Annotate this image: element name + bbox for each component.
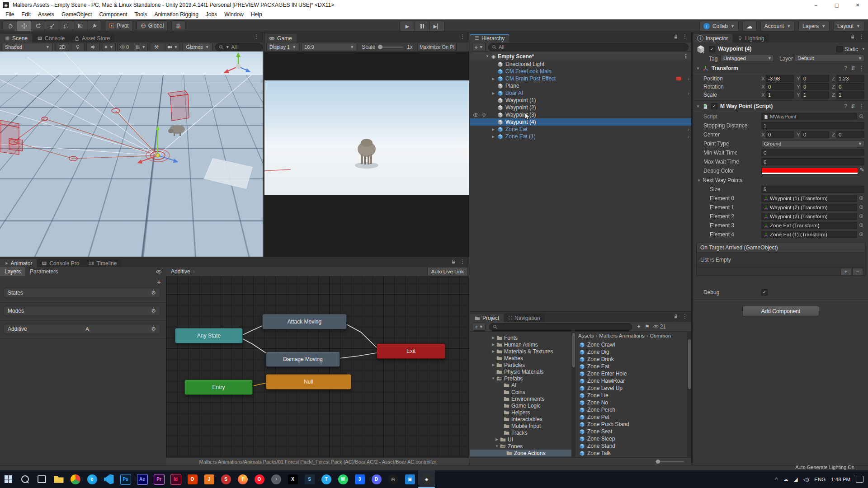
taskbar-app[interactable]: S — [217, 470, 234, 488]
lock-icon[interactable] — [673, 314, 679, 319]
onedrive-cloud-icon[interactable]: ☁ — [783, 476, 788, 483]
thumbnail-zoom-slider[interactable] — [655, 461, 684, 462]
hierarchy-item-plane[interactable]: Plane — [470, 82, 691, 89]
component-kebab[interactable]: ⋮ — [859, 103, 864, 109]
layout-dropdown[interactable]: Layout▼ — [833, 21, 864, 32]
layer-item-states[interactable]: States⚙ — [4, 288, 160, 298]
position-z-field[interactable]: 1.23 — [836, 75, 864, 82]
help-icon[interactable]: ? — [844, 65, 847, 71]
tray-expand-chevron[interactable]: ^ — [775, 477, 778, 482]
min-wait-field[interactable]: 0 — [761, 149, 864, 156]
static-checkbox[interactable] — [836, 46, 843, 52]
taskbar-app[interactable]: Ae — [134, 470, 151, 488]
stopping-distance-field[interactable]: 1 — [761, 122, 864, 129]
debug-checkbox[interactable]: ✓ — [761, 289, 768, 296]
pause-button[interactable] — [415, 21, 430, 32]
script-object-field[interactable]: MWayPoint — [761, 113, 857, 120]
state-node-any-state[interactable]: Any State — [175, 328, 243, 343]
expand-arrow-icon[interactable]: ▶ — [491, 91, 495, 95]
project-menu-kebab[interactable]: ⋮ — [682, 313, 688, 319]
scene-camera-dropdown[interactable]: ▼ — [165, 43, 180, 51]
step-button[interactable]: ▶▏ — [430, 21, 445, 32]
breadcrumb-assets[interactable]: Assets — [578, 333, 594, 338]
close-button[interactable]: ✕ — [847, 0, 868, 10]
scale-z-field[interactable]: 1 — [836, 91, 864, 99]
tree-item-zones[interactable]: ▼Zones — [495, 443, 523, 450]
element-3-object-field[interactable]: Zone Eat (Transform) — [761, 222, 857, 229]
element-4-object-field[interactable]: Zone Eat (1) (Transform) — [761, 231, 857, 238]
aspect-ratio-dropdown[interactable]: 16:9▼ — [301, 43, 357, 51]
layer-dropdown[interactable]: Default▼ — [795, 55, 864, 62]
auto-live-link-button[interactable]: Auto Live Link — [427, 267, 468, 276]
menu-help[interactable]: Help — [247, 10, 266, 19]
taskbar-app[interactable]: Pr — [151, 470, 167, 488]
tree-scrollbar[interactable] — [571, 331, 576, 457]
clock[interactable]: 1:48 PM — [831, 477, 850, 482]
tree-item[interactable]: ▶Materials & Textures — [491, 348, 553, 355]
animator-menu-kebab[interactable]: ⋮ — [460, 258, 465, 265]
file-item[interactable]: Zone Lie — [579, 392, 609, 399]
hierarchy-item-waypoint-1[interactable]: Waypoint (1) — [470, 97, 691, 104]
tree-item-zone-actions-selected[interactable]: Zone Actions — [470, 450, 571, 456]
maximize-button[interactable]: ▢ — [826, 0, 847, 10]
center-x-field[interactable]: 0 — [766, 131, 794, 138]
file-item[interactable]: Zone Sleep — [579, 435, 615, 442]
visibility-eye-icon[interactable] — [473, 112, 479, 118]
taskbar-app[interactable]: W — [335, 470, 351, 488]
scene-search-input[interactable]: ▼All — [215, 43, 263, 51]
lock-icon[interactable] — [850, 34, 855, 39]
file-item[interactable]: Zone Talk — [579, 450, 611, 457]
parameters-tab[interactable]: Parameters — [25, 267, 62, 276]
menu-jobs[interactable]: Jobs — [202, 10, 221, 19]
hierarchy-search-input[interactable]: All — [488, 43, 689, 51]
taskbar-app[interactable]: ▣ — [401, 470, 418, 488]
taskbar-app[interactable]: T — [318, 470, 335, 488]
element-1-object-field[interactable]: Waypoint (2) (Transform) — [761, 204, 857, 211]
layers-tab[interactable]: Layers — [0, 267, 25, 276]
file-item[interactable]: Zone Push Stand — [579, 421, 629, 428]
add-component-button[interactable]: Add Component — [742, 306, 819, 316]
hierarchy-item-waypoint-4-selected[interactable]: Waypoint (4) — [470, 118, 691, 126]
tree-item[interactable]: ▶Fonts — [491, 334, 518, 341]
event-add-button[interactable]: + — [840, 268, 851, 275]
tab-hierarchy[interactable]: ☰Hierarchy — [470, 34, 509, 42]
next-way-points-foldout[interactable]: ▼ Next Way Points — [693, 176, 868, 185]
static-caret[interactable]: ▼ — [862, 47, 865, 51]
files-scrollbar[interactable] — [687, 331, 691, 457]
start-button[interactable] — [0, 470, 17, 488]
hierarchy-scene-row[interactable]: ▼ ◈ Empty Scene* ⋮ — [470, 52, 691, 60]
hierarchy-item-cm-freelook-main[interactable]: CM FreeLook Main — [470, 68, 691, 75]
shading-mode-dropdown[interactable]: Shaded▼ — [2, 43, 53, 51]
tab-animator[interactable]: ➤Animator — [0, 259, 37, 267]
maximize-on-play-toggle[interactable]: Maximize On Pl — [417, 43, 457, 51]
taskbar-app-unity-active[interactable]: ◈ — [418, 470, 435, 488]
center-y-field[interactable]: 0 — [801, 131, 829, 138]
component-kebab[interactable]: ⋮ — [859, 65, 864, 71]
presets-icon[interactable]: ⇵ — [851, 103, 855, 109]
file-item[interactable]: Zone Pet — [579, 413, 609, 421]
scale-slider[interactable] — [378, 47, 403, 48]
taskbar-app[interactable]: ◎ — [385, 470, 401, 488]
hierarchy-item-cm-brain-post-effect[interactable]: ▶ CM Brain Post Effect › — [470, 75, 691, 82]
game-menu-kebab[interactable]: ⋮ — [460, 33, 465, 40]
file-item[interactable]: Zone Crawl — [579, 341, 615, 348]
project-search-input[interactable] — [489, 323, 632, 331]
grid-snap-button[interactable] — [171, 20, 185, 31]
scene-audio-toggle[interactable] — [86, 43, 100, 51]
scene-effects-dropdown[interactable]: ✦▼ — [102, 43, 116, 51]
file-item[interactable]: Zone Stand — [579, 442, 615, 450]
help-icon[interactable]: ? — [844, 103, 847, 109]
breadcrumb-layer[interactable]: Additive — [171, 268, 190, 275]
tab-project[interactable]: Project — [470, 314, 504, 322]
hand-tool-button[interactable] — [3, 20, 17, 31]
menu-tools[interactable]: Tools — [131, 10, 151, 19]
tab-inspector[interactable]: iInspector — [693, 34, 732, 42]
rotation-x-field[interactable]: 0 — [766, 83, 794, 90]
scene-grid-dropdown[interactable]: ▼ — [133, 43, 148, 51]
object-picker-icon[interactable]: ⊙ — [859, 222, 863, 228]
element-0-object-field[interactable]: Waypoint (1) (Transform) — [761, 195, 857, 202]
file-item[interactable]: Zone HawlRoar — [579, 377, 625, 385]
global-toggle-button[interactable]: Global — [137, 20, 168, 31]
tree-item[interactable]: Coins — [498, 389, 525, 395]
state-node-exit[interactable]: Exit — [377, 343, 445, 359]
